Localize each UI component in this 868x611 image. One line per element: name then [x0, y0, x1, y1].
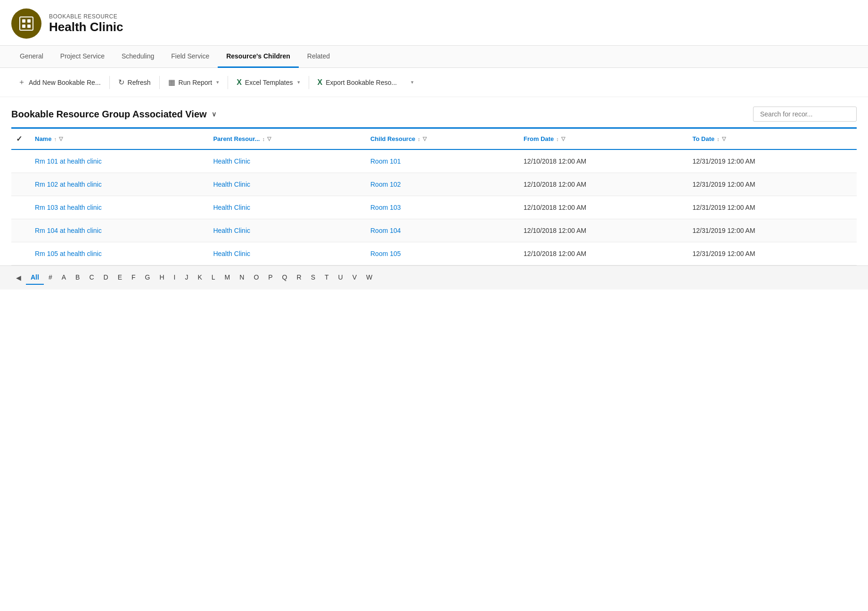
row-child[interactable]: Room 101 [366, 149, 519, 173]
row-check[interactable] [11, 242, 30, 265]
tab-project-service[interactable]: Project Service [52, 46, 113, 68]
table-body: Rm 101 at health clinic Health Clinic Ro… [11, 149, 857, 265]
page-b[interactable]: B [71, 271, 84, 285]
search-input[interactable] [753, 107, 857, 122]
col-child-filter[interactable]: ▽ [423, 136, 426, 142]
row-parent[interactable]: Health Clinic [208, 173, 366, 196]
page-e[interactable]: E [113, 271, 127, 285]
page-d[interactable]: D [99, 271, 113, 285]
page-a[interactable]: A [57, 271, 71, 285]
page-f[interactable]: F [127, 271, 140, 285]
row-to: 12/31/2019 12:00 AM [688, 219, 857, 242]
page-v[interactable]: V [348, 271, 361, 285]
row-check[interactable] [11, 196, 30, 219]
toolbar: ＋ Add New Bookable Re... ↻ Refresh ▦ Run… [0, 68, 868, 97]
svg-rect-1 [22, 19, 25, 23]
page-t[interactable]: T [320, 271, 334, 285]
col-parent-filter[interactable]: ▽ [267, 136, 271, 142]
col-to-filter[interactable]: ▽ [722, 136, 726, 142]
row-parent[interactable]: Health Clinic [208, 242, 366, 265]
row-child[interactable]: Room 104 [366, 219, 519, 242]
bookable-resource-icon [18, 15, 35, 32]
col-child: Child Resource ↕ ▽ [366, 128, 519, 150]
page-c[interactable]: C [84, 271, 98, 285]
page-w[interactable]: W [361, 271, 377, 285]
export-label: Export Bookable Reso... [326, 79, 397, 86]
page-l[interactable]: L [207, 271, 220, 285]
row-check[interactable] [11, 149, 30, 173]
table-row: Rm 101 at health clinic Health Clinic Ro… [11, 149, 857, 173]
select-all-checkbox[interactable]: ✓ [16, 135, 22, 143]
row-child[interactable]: Room 105 [366, 242, 519, 265]
page-s[interactable]: S [306, 271, 320, 285]
excel-icon: X [237, 78, 242, 87]
excel-templates-button[interactable]: X Excel Templates ▾ [230, 74, 306, 91]
export-more-chevron: ▾ [411, 79, 414, 85]
col-from-sort[interactable]: ↕ [556, 136, 559, 142]
row-parent[interactable]: Health Clinic [208, 149, 366, 173]
col-name-label: Name [35, 135, 51, 142]
col-to: To Date ↕ ▽ [688, 128, 857, 150]
page-j[interactable]: J [180, 271, 193, 285]
col-to-sort[interactable]: ↕ [717, 136, 720, 142]
page-q[interactable]: Q [278, 271, 292, 285]
page-o[interactable]: O [249, 271, 263, 285]
page-r[interactable]: R [292, 271, 306, 285]
row-name[interactable]: Rm 104 at health clinic [30, 219, 208, 242]
page-h[interactable]: H [155, 271, 169, 285]
col-name-sort[interactable]: ↑ [54, 136, 57, 142]
view-title-container: Bookable Resource Group Associated View … [11, 109, 216, 120]
col-child-sort[interactable]: ↕ [418, 136, 420, 142]
page-n[interactable]: N [235, 271, 249, 285]
prev-page-button[interactable]: ◀ [11, 271, 26, 284]
tab-related[interactable]: Related [299, 46, 338, 68]
table-container: ✓ Name ↑ ▽ Parent Resour... ↕ ▽ [0, 127, 868, 265]
export-dropdown-button[interactable]: ▾ [403, 75, 420, 89]
row-to: 12/31/2019 12:00 AM [688, 149, 857, 173]
header-subtitle: BOOKABLE RESOURCE [49, 13, 123, 20]
select-all-col: ✓ [11, 128, 30, 150]
tab-scheduling[interactable]: Scheduling [113, 46, 163, 68]
view-title-chevron[interactable]: ∨ [212, 110, 216, 118]
export-icon: X [318, 78, 323, 87]
table-row: Rm 102 at health clinic Health Clinic Ro… [11, 173, 857, 196]
row-name[interactable]: Rm 105 at health clinic [30, 242, 208, 265]
page-p[interactable]: P [263, 271, 277, 285]
row-check[interactable] [11, 219, 30, 242]
add-new-button[interactable]: ＋ Add New Bookable Re... [11, 74, 107, 91]
row-parent[interactable]: Health Clinic [208, 196, 366, 219]
export-button[interactable]: X Export Bookable Reso... [311, 74, 404, 91]
col-parent: Parent Resour... ↕ ▽ [208, 128, 366, 150]
view-header: Bookable Resource Group Associated View … [0, 97, 868, 127]
run-report-button[interactable]: ▦ Run Report ▾ [162, 74, 226, 91]
svg-rect-4 [27, 25, 31, 28]
table-header-row: ✓ Name ↑ ▽ Parent Resour... ↕ ▽ [11, 128, 857, 150]
col-name-filter[interactable]: ▽ [59, 136, 63, 142]
row-child[interactable]: Room 102 [366, 173, 519, 196]
row-name[interactable]: Rm 102 at health clinic [30, 173, 208, 196]
col-name: Name ↑ ▽ [30, 128, 208, 150]
refresh-button[interactable]: ↻ Refresh [112, 74, 157, 91]
row-check[interactable] [11, 173, 30, 196]
col-parent-sort[interactable]: ↕ [262, 136, 265, 142]
tab-resources-children[interactable]: Resource's Children [218, 46, 299, 68]
page-hash[interactable]: # [44, 271, 57, 285]
page-u[interactable]: U [334, 271, 348, 285]
row-parent[interactable]: Health Clinic [208, 219, 366, 242]
page-g[interactable]: G [140, 271, 155, 285]
row-name[interactable]: Rm 103 at health clinic [30, 196, 208, 219]
row-from: 12/10/2018 12:00 AM [519, 219, 688, 242]
page-m[interactable]: M [220, 271, 235, 285]
col-from-filter[interactable]: ▽ [561, 136, 565, 142]
page-k[interactable]: K [193, 271, 206, 285]
page-i[interactable]: I [169, 271, 180, 285]
row-child[interactable]: Room 103 [366, 196, 519, 219]
page-all[interactable]: All [26, 271, 44, 285]
header-text: BOOKABLE RESOURCE Health Clinic [49, 13, 123, 34]
page-header: BOOKABLE RESOURCE Health Clinic [0, 0, 868, 46]
avatar [11, 8, 41, 39]
row-name[interactable]: Rm 101 at health clinic [30, 149, 208, 173]
tab-general[interactable]: General [11, 46, 52, 68]
tab-field-service[interactable]: Field Service [163, 46, 218, 68]
col-to-label: To Date [693, 135, 715, 142]
